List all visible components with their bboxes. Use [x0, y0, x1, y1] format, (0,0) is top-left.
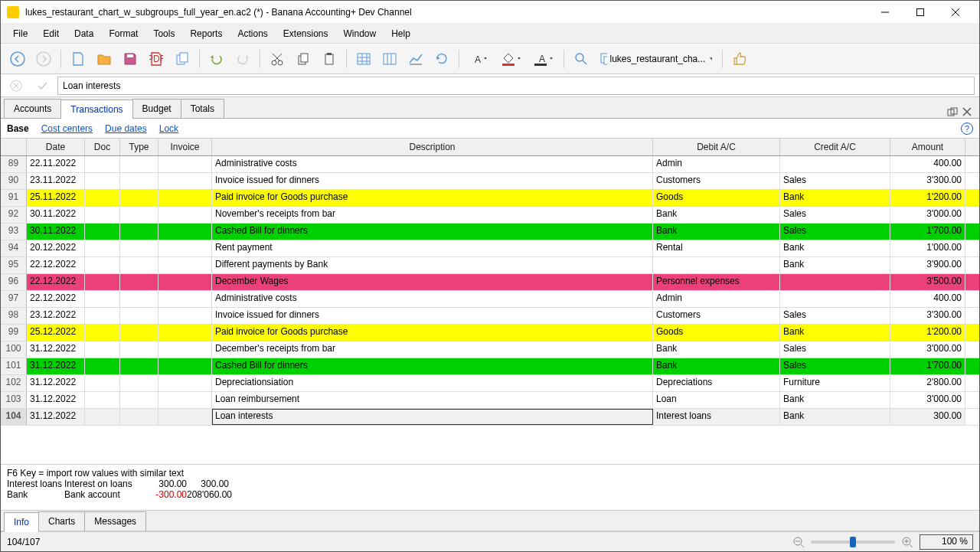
column-header[interactable]: Invoice: [158, 139, 212, 155]
cancel-edit-button[interactable]: [5, 77, 27, 95]
undo-button[interactable]: [204, 47, 229, 71]
cell-amount[interactable]: 3'000.00: [890, 341, 965, 358]
cell-description[interactable]: Administrative costs: [212, 291, 653, 307]
cell-debit[interactable]: [653, 257, 780, 273]
table-view-button[interactable]: [351, 47, 376, 71]
cell-invoice[interactable]: [158, 190, 212, 206]
cell-description[interactable]: Administrative costs: [212, 156, 653, 172]
column-header[interactable]: Description: [212, 139, 653, 155]
cell-description[interactable]: Invoice issued for dinners: [212, 308, 653, 324]
save-button[interactable]: [118, 47, 142, 71]
nav-forward-button[interactable]: [31, 47, 56, 71]
cell-description[interactable]: Different payments by Bank: [212, 257, 653, 273]
cell-doc[interactable]: [85, 274, 120, 290]
row-number[interactable]: 91: [1, 190, 27, 206]
close-button[interactable]: [938, 1, 973, 24]
cell-description[interactable]: Paid invoice for Goods purchase: [212, 325, 653, 341]
cell-date[interactable]: 31.12.2022: [27, 358, 85, 374]
cell-debit[interactable]: Personnel expenses: [653, 274, 780, 290]
file-selector[interactable]: lukes_restaurant_cha...: [595, 48, 717, 70]
chart-button[interactable]: [403, 47, 428, 71]
cell-doc[interactable]: [85, 358, 120, 374]
cell-debit[interactable]: Admin: [653, 156, 780, 172]
cell-credit[interactable]: Bank: [780, 257, 890, 273]
cell-debit[interactable]: Depreciations: [653, 375, 780, 391]
column-header[interactable]: Doc: [85, 139, 120, 155]
cell-credit[interactable]: [780, 274, 890, 290]
cell-invoice[interactable]: [158, 375, 212, 391]
cell-amount[interactable]: 1'200.00: [890, 325, 965, 341]
cell-doc[interactable]: [85, 375, 120, 391]
tab-budget[interactable]: Budget: [132, 99, 181, 118]
copy-sheet-button[interactable]: [170, 47, 194, 71]
cell-description[interactable]: Rent payment: [212, 240, 653, 256]
cell-type[interactable]: [120, 375, 158, 391]
row-number[interactable]: 104: [1, 409, 27, 425]
maximize-button[interactable]: [903, 1, 938, 24]
cell-doc[interactable]: [85, 325, 120, 341]
cell-doc[interactable]: [85, 308, 120, 324]
cell-invoice[interactable]: [158, 325, 212, 341]
table-row[interactable]: 9230.11.2022November's receipts from bar…: [1, 207, 979, 224]
cell-credit[interactable]: [780, 156, 890, 172]
menu-help[interactable]: Help: [384, 25, 418, 42]
cell-invoice[interactable]: [158, 257, 212, 273]
formula-input[interactable]: [57, 77, 975, 95]
cell-doc[interactable]: [85, 257, 120, 273]
cell-date[interactable]: 25.11.2022: [27, 190, 85, 206]
cell-credit[interactable]: Sales: [780, 207, 890, 223]
zoom-value[interactable]: 100 %: [920, 534, 973, 550]
table-row[interactable]: 9823.12.2022Invoice issued for dinnersCu…: [1, 308, 979, 325]
tab-totals[interactable]: Totals: [181, 99, 224, 118]
cell-doc[interactable]: [85, 392, 120, 408]
cell-amount[interactable]: 400.00: [890, 156, 965, 172]
cell-date[interactable]: 22.12.2022: [27, 291, 85, 307]
cell-date[interactable]: 22.12.2022: [27, 274, 85, 290]
nav-back-button[interactable]: [5, 47, 30, 71]
cell-invoice[interactable]: [158, 308, 212, 324]
cell-amount[interactable]: 1'200.00: [890, 190, 965, 206]
table-row[interactable]: 9925.12.2022Paid invoice for Goods purch…: [1, 325, 979, 341]
cell-doc[interactable]: [85, 190, 120, 206]
menu-extensions[interactable]: Extensions: [276, 25, 336, 42]
open-file-button[interactable]: [92, 47, 116, 71]
cell-credit[interactable]: Bank: [780, 325, 890, 341]
font-button[interactable]: A: [464, 47, 495, 71]
cell-date[interactable]: 22.11.2022: [27, 156, 85, 172]
cell-type[interactable]: [120, 240, 158, 256]
redo-button[interactable]: [230, 47, 255, 71]
table-row[interactable]: 9722.12.2022Administrative costsAdmin400…: [1, 291, 979, 308]
cell-description[interactable]: Cashed Bill for dinners: [212, 224, 653, 240]
cell-type[interactable]: [120, 409, 158, 425]
table-row[interactable]: 9420.12.2022Rent paymentRentalBank1'000.…: [1, 240, 979, 257]
table-row[interactable]: 10331.12.2022Loan reimbursementLoanBank3…: [1, 392, 979, 409]
row-number[interactable]: 97: [1, 291, 27, 307]
menu-reports[interactable]: Reports: [182, 25, 230, 42]
row-number[interactable]: 100: [1, 341, 27, 358]
column-header[interactable]: [1, 139, 27, 155]
cell-type[interactable]: [120, 392, 158, 408]
cell-debit[interactable]: Rental: [653, 240, 780, 256]
tab-transactions[interactable]: Transactions: [60, 100, 132, 119]
cell-doc[interactable]: [85, 207, 120, 223]
cell-date[interactable]: 25.12.2022: [27, 325, 85, 341]
cell-amount[interactable]: 1'000.00: [890, 240, 965, 256]
cell-invoice[interactable]: [158, 240, 212, 256]
bottom-tab-messages[interactable]: Messages: [84, 511, 146, 531]
cell-invoice[interactable]: [158, 207, 212, 223]
cell-description[interactable]: Invoice issued for dinners: [212, 173, 653, 189]
cell-credit[interactable]: Sales: [780, 358, 890, 374]
cell-debit[interactable]: Customers: [653, 308, 780, 324]
cell-invoice[interactable]: [158, 274, 212, 290]
cell-type[interactable]: [120, 308, 158, 324]
row-number[interactable]: 95: [1, 257, 27, 273]
cell-date[interactable]: 31.12.2022: [27, 375, 85, 391]
cell-debit[interactable]: Bank: [653, 341, 780, 358]
table-row[interactable]: 8922.11.2022Administrative costsAdmin400…: [1, 156, 979, 173]
cell-date[interactable]: 30.11.2022: [27, 224, 85, 240]
column-header[interactable]: Amount: [890, 139, 965, 155]
cell-description[interactable]: December Wages: [212, 274, 653, 290]
cell-doc[interactable]: [85, 224, 120, 240]
cell-amount[interactable]: 3'900.00: [890, 257, 965, 273]
table-row[interactable]: 9023.11.2022Invoice issued for dinnersCu…: [1, 173, 979, 190]
